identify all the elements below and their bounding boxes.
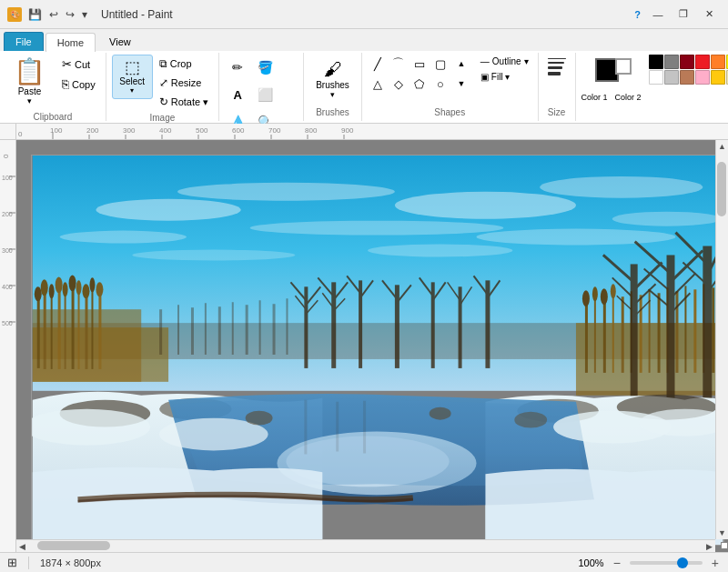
paste-button[interactable]: 📋 Paste ▾ [5,55,54,110]
zoom-out-button[interactable]: − [612,556,622,570]
rotate-label: Rotate ▾ [171,96,208,108]
canvas-scroll[interactable] [16,140,728,552]
rect-tool[interactable]: ▭ [410,55,430,73]
rect-btn2[interactable]: ▢ [430,55,450,73]
scroll-down[interactable]: ▼ [451,75,471,93]
swatch-pink[interactable] [695,70,710,85]
crop-button[interactable]: ⧉ Crop [155,55,213,73]
scrollbar-horizontal[interactable]: ◀ ▶ [16,539,715,552]
fill-label: Fill ▾ [491,72,511,82]
swatch-white[interactable] [649,70,663,85]
swatch-lightgray[interactable] [664,70,679,85]
zoom-in-button[interactable]: + [710,556,721,570]
scroll-thumb-v[interactable] [717,162,726,216]
triangle-tool[interactable]: △ [368,75,388,93]
canvas-area[interactable]: ◀ ▶ ▲ ▼ [16,140,728,552]
brushes-content: 🖌 Brushes ▾ [309,55,356,105]
clipboard-small-buttons: ✂ Cut ⎘ Copy [57,55,100,94]
canvas-resize-handle[interactable] [721,542,728,549]
maximize-button[interactable]: ❐ [672,5,695,25]
swatch-black[interactable] [649,55,663,69]
scroll-down-button[interactable]: ▼ [717,527,727,539]
scroll-left-button[interactable]: ◀ [16,541,28,552]
zoom-slider[interactable] [630,561,703,565]
line-tool[interactable]: ╱ [368,55,388,73]
scroll-right-button[interactable]: ▶ [703,541,715,552]
select-arrow: ▾ [130,86,134,95]
pencil-tool[interactable]: ✏ [225,55,250,80]
ruler-v-svg: 0 100 200 300 400 500 [0,140,16,552]
brushes-icon: 🖌 [324,59,342,80]
fill-tool[interactable]: 🪣 [252,55,278,80]
brushes-arrow: ▾ [330,90,335,99]
scroll-track-h[interactable] [28,540,703,552]
select-button[interactable]: ⬚ Select ▾ [112,55,153,99]
ellipse-tool[interactable]: ○ [430,75,450,93]
window-controls: ? — ❐ ✕ [634,5,721,25]
scroll-up-button[interactable]: ▲ [717,140,727,153]
redo-quick-btn[interactable]: ↪ [63,6,77,23]
size-line-1[interactable] [548,58,566,59]
status-right: 100% − + [578,556,721,570]
svg-text:100: 100 [2,175,13,181]
paint-canvas[interactable] [31,155,724,546]
color2-box[interactable] [615,58,632,75]
tools-content: ✏ 🪣 A ⬜ 💧 🔍 [225,55,298,135]
quick-access-toolbar: 💾 ↩ ↪ ▾ [25,6,90,23]
customize-quick-btn[interactable]: ▾ [79,6,90,23]
undo-quick-btn[interactable]: ↩ [46,6,61,23]
swatch-gray[interactable] [664,55,679,69]
resize-button[interactable]: ⤢ Resize [155,74,213,92]
cut-button[interactable]: ✂ Cut [57,55,100,74]
status-view-toggle[interactable]: ⊞ [7,556,17,569]
workspace: 0 100 200 300 400 500 600 [0,124,728,552]
ribbon-tabs: File Home View [0,29,728,51]
text-tool[interactable]: A [225,82,250,107]
size-line-3[interactable] [548,66,562,69]
svg-text:800: 800 [305,126,318,135]
outline-button[interactable]: — Outline ▾ [477,55,532,68]
minimize-button[interactable]: — [646,5,670,25]
rotate-button[interactable]: ↻ Rotate ▾ [155,93,213,111]
svg-text:0: 0 [2,154,10,158]
svg-text:500: 500 [2,320,13,326]
scroll-thumb-h[interactable] [37,541,110,550]
help-icon[interactable]: ? [634,9,641,20]
tab-view[interactable]: View [97,32,143,51]
rotate-icon: ↻ [159,95,168,108]
close-button[interactable]: ✕ [697,5,721,25]
resize-label: Resize [171,77,202,88]
scrollbar-vertical[interactable]: ▲ ▼ [715,140,728,539]
swatch-orange[interactable] [711,55,725,69]
swatch-gold[interactable] [711,70,725,85]
scroll-track-v[interactable] [716,153,728,527]
svg-text:900: 900 [341,126,354,135]
tab-home[interactable]: Home [46,33,96,52]
brushes-group-label: Brushes [309,105,356,119]
brushes-label: Brushes [316,80,349,90]
scroll-up[interactable]: ▲ [451,55,471,73]
size-line-4[interactable] [548,72,561,75]
tab-file[interactable]: File [4,32,44,51]
copy-icon: ⎘ [62,77,69,91]
zoom-thumb[interactable] [677,557,688,568]
brushes-button[interactable]: 🖌 Brushes ▾ [309,55,356,104]
save-quick-btn[interactable]: 💾 [25,6,45,23]
diamond-tool[interactable]: ◇ [389,75,409,93]
swatch-red[interactable] [695,55,710,69]
svg-text:700: 700 [268,126,281,135]
outline-label: Outline [492,56,521,66]
clipboard-content: 📋 Paste ▾ ✂ Cut ⎘ Copy [5,55,100,110]
eraser-tool[interactable]: ⬜ [252,82,278,107]
swatch-darkred[interactable] [680,55,694,69]
curve-tool[interactable]: ⌒ [389,55,409,73]
outline-icon: — [480,56,490,66]
ruler-h-svg: 0 100 200 300 400 500 600 [16,124,728,140]
svg-text:400: 400 [159,126,172,135]
fill-button[interactable]: ▣ Fill ▾ [477,70,532,84]
swatch-brown[interactable] [680,70,694,85]
image-content: ⬚ Select ▾ ⧉ Crop ⤢ Resize ↻ Rotate [112,55,213,111]
size-line-2[interactable] [548,62,564,64]
copy-button[interactable]: ⎘ Copy [57,75,100,94]
pentagon-tool[interactable]: ⬠ [410,75,430,93]
